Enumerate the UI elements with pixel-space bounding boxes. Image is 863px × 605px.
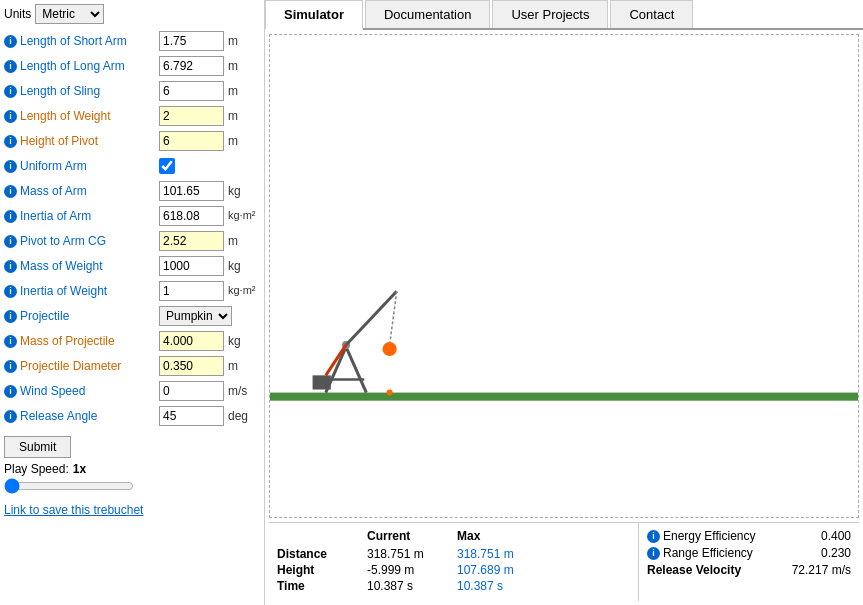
play-speed-slider[interactable] xyxy=(4,478,134,494)
input-mass-weight[interactable] xyxy=(159,256,224,276)
field-label-release-angle: i Release Angle xyxy=(4,409,159,423)
stat-current-time: 10.387 s xyxy=(367,579,457,593)
unit-release-angle: deg xyxy=(228,409,248,423)
input-pivot-arm-cg[interactable] xyxy=(159,231,224,251)
info-icon-range-efficiency[interactable]: i xyxy=(647,547,660,560)
unit-length-sling: m xyxy=(228,84,238,98)
unit-inertia-arm: kg·m² xyxy=(228,209,256,222)
submit-button[interactable]: Submit xyxy=(4,436,71,458)
efficiency-row-energy: i Energy Efficiency 0.400 xyxy=(647,529,851,543)
info-icon-release-angle[interactable]: i xyxy=(4,410,17,423)
field-wind-speed: i Wind Speed m/s xyxy=(4,380,260,402)
input-length-weight[interactable] xyxy=(159,106,224,126)
field-label-length-long-arm: i Length of Long Arm xyxy=(4,59,159,73)
info-icon-inertia-arm[interactable]: i xyxy=(4,210,17,223)
info-icon-uniform-arm[interactable]: i xyxy=(4,160,17,173)
field-projectile: i Projectile Pumpkin Stone Custom xyxy=(4,305,260,327)
info-icon-wind-speed[interactable]: i xyxy=(4,385,17,398)
info-icon-sling[interactable]: i xyxy=(4,85,17,98)
input-length-sling[interactable] xyxy=(159,81,224,101)
info-icon-mass-projectile[interactable]: i xyxy=(4,335,17,348)
info-icon-pivot-arm-cg[interactable]: i xyxy=(4,235,17,248)
unit-height-pivot: m xyxy=(228,134,238,148)
projectile-select[interactable]: Pumpkin Stone Custom xyxy=(159,306,232,326)
units-select[interactable]: Metric Imperial xyxy=(35,4,104,24)
stat-label-distance: Distance xyxy=(277,547,367,561)
bottom-info: Current Max Distance 318.751 m 318.751 m… xyxy=(269,522,859,601)
slider-container xyxy=(4,478,260,497)
stats-right: i Energy Efficiency 0.400 i Range Effici… xyxy=(639,523,859,601)
field-label-wind-speed: i Wind Speed xyxy=(4,384,159,398)
info-icon-mass-arm[interactable]: i xyxy=(4,185,17,198)
input-inertia-weight[interactable] xyxy=(159,281,224,301)
stat-current-distance: 318.751 m xyxy=(367,547,457,561)
simulation-area xyxy=(269,34,859,518)
field-label-length-sling: i Length of Sling xyxy=(4,84,159,98)
unit-mass-projectile: kg xyxy=(228,334,241,348)
trebuchet-weight xyxy=(313,375,331,389)
left-panel: Units Metric Imperial i Length of Short … xyxy=(0,0,265,605)
info-icon-mass-weight[interactable]: i xyxy=(4,260,17,273)
field-label-projectile: i Projectile xyxy=(4,309,159,323)
tab-user-projects[interactable]: User Projects xyxy=(492,0,608,28)
field-label-length-short-arm: i Length of Short Arm xyxy=(4,34,159,48)
stat-label-time: Time xyxy=(277,579,367,593)
input-height-pivot[interactable] xyxy=(159,131,224,151)
info-icon-projectile[interactable]: i xyxy=(4,310,17,323)
field-length-short-arm: i Length of Short Arm m xyxy=(4,30,260,52)
input-mass-arm[interactable] xyxy=(159,181,224,201)
stat-max-time: 10.387 s xyxy=(457,579,547,593)
input-release-angle[interactable] xyxy=(159,406,224,426)
unit-inertia-weight: kg·m² xyxy=(228,284,256,297)
units-row: Units Metric Imperial xyxy=(4,4,260,24)
stats-row-time: Time 10.387 s 10.387 s xyxy=(277,579,630,593)
field-length-sling: i Length of Sling m xyxy=(4,80,260,102)
unit-mass-arm: kg xyxy=(228,184,241,198)
info-icon-pivot[interactable]: i xyxy=(4,135,17,148)
trebuchet-long-arm xyxy=(346,291,397,345)
input-inertia-arm[interactable] xyxy=(159,206,224,226)
field-label-mass-weight: i Mass of Weight xyxy=(4,259,159,273)
field-label-length-weight: i Length of Weight xyxy=(4,109,159,123)
unit-length-weight: m xyxy=(228,109,238,123)
field-projectile-diameter: i Projectile Diameter m xyxy=(4,355,260,377)
efficiency-row-velocity: Release Velocity 72.217 m/s xyxy=(647,563,851,577)
efficiency-label-velocity: Release Velocity xyxy=(647,563,792,577)
info-icon-weight[interactable]: i xyxy=(4,110,17,123)
info-icon-short-arm[interactable]: i xyxy=(4,35,17,48)
unit-pivot-arm-cg: m xyxy=(228,234,238,248)
field-length-weight: i Length of Weight m xyxy=(4,105,260,127)
input-mass-projectile[interactable] xyxy=(159,331,224,351)
field-label-pivot-arm-cg: i Pivot to Arm CG xyxy=(4,234,159,248)
field-mass-weight: i Mass of Weight kg xyxy=(4,255,260,277)
checkbox-uniform-arm[interactable] xyxy=(159,158,175,174)
field-label-projectile-diameter: i Projectile Diameter xyxy=(4,359,159,373)
input-projectile-diameter[interactable] xyxy=(159,356,224,376)
info-icon-long-arm[interactable]: i xyxy=(4,60,17,73)
field-inertia-arm: i Inertia of Arm kg·m² xyxy=(4,205,260,227)
field-release-angle: i Release Angle deg xyxy=(4,405,260,427)
info-icon-projectile-diameter[interactable]: i xyxy=(4,360,17,373)
unit-wind-speed: m/s xyxy=(228,384,247,398)
input-length-short-arm[interactable] xyxy=(159,31,224,51)
tab-documentation[interactable]: Documentation xyxy=(365,0,490,28)
ground xyxy=(270,393,858,401)
efficiency-value-range: 0.230 xyxy=(821,546,851,560)
field-uniform-arm: i Uniform Arm xyxy=(4,155,260,177)
info-icon-energy-efficiency[interactable]: i xyxy=(647,530,660,543)
input-length-long-arm[interactable] xyxy=(159,56,224,76)
play-speed-row: Play Speed: 1x xyxy=(4,462,260,476)
play-speed-label: Play Speed: xyxy=(4,462,69,476)
input-wind-speed[interactable] xyxy=(159,381,224,401)
unit-length-short-arm: m xyxy=(228,34,238,48)
field-pivot-arm-cg: i Pivot to Arm CG m xyxy=(4,230,260,252)
field-label-mass-arm: i Mass of Arm xyxy=(4,184,159,198)
simulation-svg xyxy=(270,35,858,517)
play-speed-value: 1x xyxy=(73,462,86,476)
save-link[interactable]: Link to save this trebuchet xyxy=(4,503,260,517)
field-label-inertia-arm: i Inertia of Arm xyxy=(4,209,159,223)
tab-simulator[interactable]: Simulator xyxy=(265,0,363,30)
col-label-name xyxy=(277,529,367,543)
tab-contact[interactable]: Contact xyxy=(610,0,693,28)
info-icon-inertia-weight[interactable]: i xyxy=(4,285,17,298)
